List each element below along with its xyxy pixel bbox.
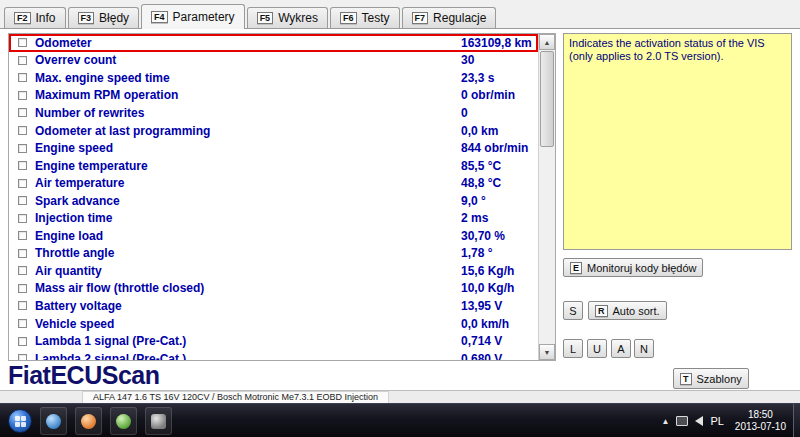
row-checkbox[interactable]: [18, 301, 27, 310]
tab-label: Parametery: [173, 10, 235, 24]
parameter-row[interactable]: Air quantity 15,6 Kg/h: [9, 262, 538, 280]
taskbar-app-icon-1[interactable]: [40, 407, 67, 435]
parameter-row[interactable]: Odometer at last programming 0,0 km: [9, 122, 538, 140]
tab-testy[interactable]: F6 Testy: [330, 7, 400, 28]
parameter-row[interactable]: Injection time 2 ms: [9, 209, 538, 227]
row-checkbox[interactable]: [18, 179, 27, 188]
tab-shortcut-badge: F2: [14, 12, 31, 24]
row-checkbox[interactable]: [18, 91, 27, 100]
row-checkbox[interactable]: [18, 56, 27, 65]
parameter-name: Odometer at last programming: [35, 124, 210, 138]
key-badge-e: E: [570, 262, 582, 274]
scrollbar-thumb[interactable]: [540, 51, 554, 147]
parameter-row[interactable]: Battery voltage 13,95 V: [9, 297, 538, 315]
app-icon-1: [46, 414, 61, 429]
tab-regulacje[interactable]: F7 Regulacje: [402, 7, 497, 28]
parameter-value: 23,3 s: [461, 71, 494, 85]
parameter-row[interactable]: Odometer 163109,8 km: [9, 34, 538, 52]
l-button[interactable]: L: [563, 339, 583, 358]
app-icon-4: [151, 414, 166, 429]
row-checkbox[interactable]: [18, 144, 27, 153]
tab-wykres[interactable]: F5 Wykres: [247, 7, 328, 28]
parameter-row[interactable]: Maximum RPM operation 0 obr/min: [9, 87, 538, 105]
scroll-down-icon[interactable]: ▼: [539, 344, 555, 360]
parameter-name: Engine temperature: [35, 159, 148, 173]
table-scrollbar[interactable]: ▲ ▼: [538, 34, 555, 360]
checkbox-cell: [9, 38, 35, 47]
row-checkbox[interactable]: [18, 231, 27, 240]
row-checkbox[interactable]: [18, 249, 27, 258]
parameter-name: Lambda 2 signal (Pre-Cat.): [35, 352, 186, 360]
auto-sort-button[interactable]: R Auto sort.: [588, 301, 667, 320]
tab-bar: F2 Info F3 Błędy F4 Parametery F5 Wykres…: [0, 0, 800, 29]
parameter-row[interactable]: Spark advance 9,0 °: [9, 192, 538, 210]
parameter-row[interactable]: Engine load 30,70 %: [9, 227, 538, 245]
parameter-row[interactable]: Mass air flow (throttle closed) 10,0 Kg/…: [9, 280, 538, 298]
parameter-row[interactable]: Lambda 1 signal (Pre-Cat.) 0,714 V: [9, 332, 538, 350]
checkbox-cell: [9, 231, 35, 240]
n-button[interactable]: N: [634, 339, 654, 358]
parameter-name: Injection time: [35, 211, 112, 225]
parameter-value: 30: [461, 53, 474, 67]
show-desktop-button[interactable]: [793, 404, 800, 437]
tab-błędy[interactable]: F3 Błędy: [68, 7, 140, 28]
parameter-row[interactable]: Air temperature 48,8 °C: [9, 174, 538, 192]
row-checkbox[interactable]: [18, 266, 27, 275]
parameter-name: Vehicle speed: [35, 317, 114, 331]
parameter-row[interactable]: Vehicle speed 0,0 km/h: [9, 315, 538, 333]
row-checkbox[interactable]: [18, 161, 27, 170]
hidden-icons-arrow-icon[interactable]: ▲: [661, 417, 669, 426]
monitor-error-codes-button[interactable]: E Monitoruj kody błędów: [563, 258, 703, 277]
checkbox-cell: [9, 319, 35, 328]
row-checkbox[interactable]: [18, 126, 27, 135]
row-checkbox[interactable]: [18, 337, 27, 346]
parameter-name: Air temperature: [35, 176, 124, 190]
tab-parametery[interactable]: F4 Parametery: [141, 4, 245, 29]
taskbar-app-icon-4[interactable]: [145, 407, 172, 435]
tab-label: Info: [36, 11, 56, 25]
row-checkbox[interactable]: [18, 196, 27, 205]
parameter-value: 0,0 km: [461, 124, 498, 138]
parameter-row[interactable]: Engine temperature 85,5 °C: [9, 157, 538, 175]
start-button[interactable]: [8, 409, 32, 433]
taskbar-app-icon-3[interactable]: [110, 407, 137, 435]
clock[interactable]: 18:50 2013-07-10: [731, 409, 790, 433]
parameter-row[interactable]: Engine speed 844 obr/min: [9, 139, 538, 157]
s-button[interactable]: S: [563, 301, 583, 320]
row-checkbox[interactable]: [18, 38, 27, 47]
key-badge-t: T: [680, 373, 692, 385]
clock-date: 2013-07-10: [735, 421, 786, 433]
row-checkbox[interactable]: [18, 354, 27, 360]
scroll-up-icon[interactable]: ▲: [539, 34, 555, 50]
tab-label: Błędy: [99, 11, 129, 25]
tab-label: Testy: [362, 11, 390, 25]
network-icon[interactable]: [676, 416, 688, 426]
templates-label: Szablony: [697, 373, 742, 385]
row-checkbox[interactable]: [18, 108, 27, 117]
row-checkbox[interactable]: [18, 319, 27, 328]
checkbox-cell: [9, 144, 35, 153]
parameter-row[interactable]: Max. engine speed time 23,3 s: [9, 69, 538, 87]
status-bar: ALFA 147 1.6 TS 16V 120CV / Bosch Motron…: [0, 390, 800, 403]
parameter-row[interactable]: Throttle angle 1,78 °: [9, 245, 538, 263]
checkbox-cell: [9, 354, 35, 360]
parameter-row[interactable]: Number of rewrites 0: [9, 104, 538, 122]
u-button[interactable]: U: [587, 339, 607, 358]
row-checkbox[interactable]: [18, 73, 27, 82]
a-button[interactable]: A: [611, 339, 631, 358]
taskbar-app-icon-2[interactable]: [75, 407, 102, 435]
parameter-row[interactable]: Lambda 2 signal (Pre-Cat.) 0,680 V: [9, 350, 538, 360]
checkbox-cell: [9, 196, 35, 205]
row-checkbox[interactable]: [18, 214, 27, 223]
parameter-value: 85,5 °C: [461, 159, 501, 173]
checkbox-cell: [9, 91, 35, 100]
windows-logo-icon: [15, 416, 26, 427]
row-checkbox[interactable]: [18, 284, 27, 293]
parameter-row[interactable]: Overrev count 30: [9, 52, 538, 70]
checkbox-cell: [9, 284, 35, 293]
language-indicator[interactable]: PL: [710, 415, 723, 427]
volume-icon[interactable]: [695, 416, 703, 426]
clock-time: 18:50: [735, 409, 786, 421]
templates-button[interactable]: T Szablony: [673, 368, 749, 389]
tab-info[interactable]: F2 Info: [4, 7, 66, 28]
